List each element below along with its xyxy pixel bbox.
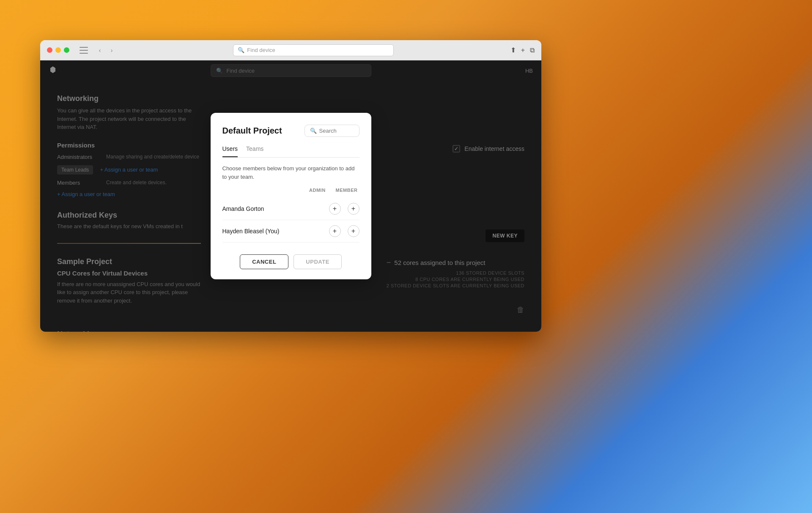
col-admin-header: ADMIN (309, 188, 326, 193)
cancel-button[interactable]: CANCEL (240, 254, 288, 269)
forward-button[interactable]: › (107, 45, 117, 55)
table-row: Amanda Gorton + + (222, 198, 359, 220)
modal-header: Default Project 🔍 (222, 125, 359, 137)
traffic-lights (47, 47, 69, 53)
browser-window: ‹ › 🔍 Find device ⬆ + ⧉ 🔍 (40, 40, 541, 332)
update-button[interactable]: UPDATE (294, 254, 341, 269)
modal-footer: CANCEL UPDATE (222, 254, 359, 269)
modal-search-icon: 🔍 (310, 128, 317, 134)
maximize-button[interactable] (64, 47, 69, 53)
member-actions-2: + + (329, 225, 359, 237)
browser-titlebar: ‹ › 🔍 Find device ⬆ + ⧉ (40, 40, 541, 60)
member-member-add-btn-2[interactable]: + (348, 225, 359, 237)
modal-dialog: Default Project 🔍 Users Teams Choose mem… (211, 113, 371, 279)
browser-actions: ⬆ + ⧉ (510, 46, 535, 54)
close-button[interactable] (47, 47, 52, 53)
modal-search-container: 🔍 (304, 125, 359, 137)
back-button[interactable]: ‹ (95, 45, 105, 55)
member-name-1: Amanda Gorton (222, 205, 264, 212)
members-header: ADMIN MEMBER (222, 188, 359, 193)
modal-overlay: Default Project 🔍 Users Teams Choose mem… (40, 60, 541, 332)
sidebar-toggle[interactable] (80, 47, 88, 54)
modal-title: Default Project (222, 126, 282, 136)
members-table: ADMIN MEMBER Amanda Gorton + + Hayden Bl… (222, 188, 359, 243)
address-bar: 🔍 Find device (122, 44, 505, 56)
member-admin-add-btn-2[interactable]: + (329, 225, 341, 237)
app-content: 🔍 Find device HB Networking You can give… (40, 60, 541, 332)
find-device-placeholder: Find device (247, 47, 275, 53)
modal-tabs: Users Teams (222, 145, 359, 158)
tab-users[interactable]: Users (222, 145, 238, 157)
tabs-icon[interactable]: ⧉ (530, 46, 535, 54)
modal-description: Choose members below from your organizat… (222, 164, 359, 181)
member-name-2: Hayden Bleasel (You) (222, 228, 280, 235)
table-row: Hayden Bleasel (You) + + (222, 220, 359, 243)
tab-teams[interactable]: Teams (246, 145, 263, 157)
member-actions-1: + + (329, 203, 359, 215)
share-icon[interactable]: ⬆ (510, 46, 516, 54)
search-icon: 🔍 (238, 47, 244, 53)
col-member-header: MEMBER (336, 188, 358, 193)
member-member-add-btn-1[interactable]: + (348, 203, 359, 215)
nav-arrows: ‹ › (95, 45, 117, 55)
find-device-input[interactable]: 🔍 Find device (233, 44, 394, 56)
member-admin-add-btn-1[interactable]: + (329, 203, 341, 215)
minimize-button[interactable] (55, 47, 61, 53)
new-tab-icon[interactable]: + (521, 46, 525, 54)
modal-search-input[interactable] (319, 128, 353, 134)
